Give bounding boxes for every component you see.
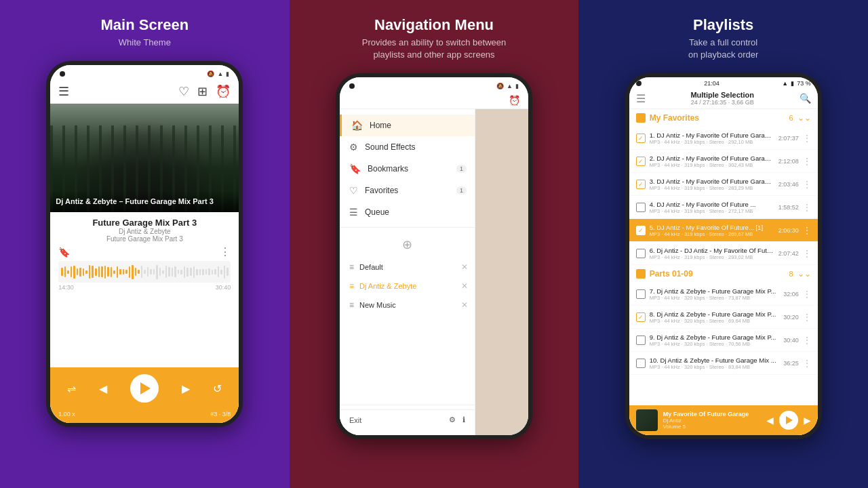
add-playlist-button[interactable]: ⊕ [340,232,475,258]
next-button[interactable]: ▶ [182,382,190,395]
track-row-9[interactable]: 9. Dj Antiz & Zebyte - Future Garage Mix… [629,329,818,352]
camera-dot-3 [636,81,642,86]
track-row-3[interactable]: 3. DJ Antiz - My Favorite Of Future Gara… [629,173,818,196]
track-4-checkbox[interactable] [636,203,646,212]
track-6-dots[interactable]: ⋮ [803,249,811,258]
shuffle-button[interactable]: ⇌ [67,382,76,395]
waveform-bar-25 [138,270,140,273]
bookmark-button[interactable]: 🔖 [58,247,70,258]
track-9-dots[interactable]: ⋮ [803,336,811,345]
waveform-bar-22 [129,266,131,278]
track-2-checkbox[interactable] [636,157,646,166]
waveform-bar-43 [193,266,195,278]
track-5-dots[interactable]: ⋮ [803,226,811,235]
alarm-icon-2[interactable]: ⏰ [509,95,520,106]
nav-item-queue[interactable]: ☰ Queue [340,201,475,223]
nav-item-home[interactable]: 🏠 Home [340,115,475,136]
track-row-5[interactable]: 5. DJ Antiz - My Favorite Of Future... [… [629,219,818,242]
menu-button-3[interactable]: ☰ [636,92,646,105]
search-button-3[interactable]: 🔍 [800,93,811,104]
play-button[interactable] [130,374,159,403]
track-9-title: 9. Dj Antiz & Zebyte - Future Garage Mix… [650,333,779,341]
section-count-favorites: 6 [789,114,793,122]
waveform-bar-8 [85,270,87,274]
track-1-checkbox[interactable] [636,134,646,143]
track-9-checkbox[interactable] [636,336,646,345]
playlist-item-new-music[interactable]: ≡ New Music ✕ [340,296,475,314]
waveform-bar-12 [98,266,100,277]
playlist-content: My Favorites 6 ⌄⌄ 1. DJ Antiz - My Favor… [629,109,818,405]
track-7-checkbox[interactable] [636,289,646,299]
nav-home-label: Home [370,121,391,130]
track-8-checkbox[interactable] [636,312,646,322]
track-10-checkbox[interactable] [636,359,646,368]
nav-item-favorites[interactable]: ♡ Favorites 1 [340,180,475,201]
footer-prev-button[interactable]: ◀ [766,415,774,426]
equalizer-button[interactable]: ⊞ [197,84,208,99]
waveform-bar-37 [174,266,176,277]
section-parts[interactable]: Parts 01-09 8 ⌄⌄ [629,265,818,283]
track-row-6[interactable]: 6. Dj Antiz - DJ Antiz - My Favorite Of … [629,242,818,265]
waveform-bar-50 [214,269,216,274]
info-icon[interactable]: ℹ [462,415,465,424]
screen-nav: ⏰ 🏠 Home ⚙ Sound Effects 🔖 [340,92,528,435]
playlist-new-close[interactable]: ✕ [461,300,468,310]
track-2-info: 2. DJ Antiz - My Favorite Of Future Gara… [650,155,774,168]
track-1-dots[interactable]: ⋮ [803,134,811,143]
track-5-title: 5. DJ Antiz - My Favorite Of Future... [… [650,224,774,231]
track-8-dots[interactable]: ⋮ [803,312,811,322]
playlists-sub-title: 24 / 27:16:35 · 3,66 GB [690,99,754,106]
track-7-dots[interactable]: ⋮ [803,289,811,299]
waveform-bar-10 [92,266,94,278]
waveform-bar-45 [199,269,201,275]
track-row-2[interactable]: 2. DJ Antiz - My Favorite Of Future Gara… [629,150,818,173]
playlist-item-default[interactable]: ≡ Default ✕ [340,258,475,277]
main-topbar: ☰ ♡ ⊞ ⏰ [50,80,239,104]
track-3-dots[interactable]: ⋮ [803,180,811,189]
track-row-10[interactable]: 10. Dj Antiz & Zebyte - Future Garage Mi… [629,352,818,375]
track-3-checkbox[interactable] [636,180,646,189]
exit-button[interactable]: Exit [349,416,361,424]
track-row-7[interactable]: 7. Dj Antiz & Zebyte - Future Garage Mix… [629,283,818,306]
nav-item-sound-effects[interactable]: ⚙ Sound Effects [340,136,475,158]
favorites-button[interactable]: ♡ [178,84,189,99]
track-number: #3 · 3/8 [210,411,231,418]
waveform-bar-41 [186,268,189,277]
playlist-active-icon: ≡ [349,281,354,291]
waveform-bar-0 [61,268,63,277]
waveform-bar-21 [125,270,127,274]
more-options-button[interactable]: ⋮ [220,245,231,258]
favorites-badge: 1 [456,186,467,195]
nav-item-bookmarks[interactable]: 🔖 Bookmarks 1 [340,158,475,180]
track-5-checkbox[interactable] [636,226,646,235]
playback-speed: 1.00 x [58,411,75,418]
footer-next-button[interactable]: ▶ [804,415,811,426]
track-6-checkbox[interactable] [636,249,646,258]
track-2-dots[interactable]: ⋮ [803,157,811,166]
track-row-8[interactable]: 8. Dj Antiz & Zebyte - Future Garage Mix… [629,306,818,329]
track-6-title: 6. Dj Antiz - DJ Antiz - My Favorite Of … [650,247,774,254]
playlist-active-close[interactable]: ✕ [461,281,468,291]
wifi-icon-3: ▲ [782,80,788,87]
settings-icon[interactable]: ⚙ [449,415,456,424]
track-2-duration: 2:12:08 [778,158,799,165]
alarm-button[interactable]: ⏰ [216,84,231,99]
waveform-bar-23 [132,265,134,279]
track-4-title: 4. DJ Antiz - My Favorite Of Future ... [650,201,774,208]
track-row-1[interactable]: 1. DJ Antiz - My Favorite Of Future Gara… [629,127,818,150]
footer-play-button[interactable] [779,411,798,430]
repeat-button[interactable]: ↺ [213,382,222,395]
section-my-favorites[interactable]: My Favorites 6 ⌄⌄ [629,109,818,127]
menu-button[interactable]: ☰ [58,84,69,99]
playlist-item-dj-antiz[interactable]: ≡ Dj Antiz & Zebyte ✕ [340,277,475,296]
track-row-4[interactable]: 4. DJ Antiz - My Favorite Of Future ... … [629,196,818,219]
track-4-dots[interactable]: ⋮ [803,203,811,212]
nav-sound-label: Sound Effects [365,142,416,152]
waveform[interactable] [58,261,231,283]
track-10-dots[interactable]: ⋮ [803,359,811,368]
playlist-default-close[interactable]: ✕ [461,262,468,272]
playlists-title-area: Multiple Selection 24 / 27:16:35 · 3,66 … [690,91,754,106]
battery-icon-2: ▮ [515,83,519,89]
waveform-bar-36 [172,268,174,277]
prev-button[interactable]: ◀ [99,382,107,395]
